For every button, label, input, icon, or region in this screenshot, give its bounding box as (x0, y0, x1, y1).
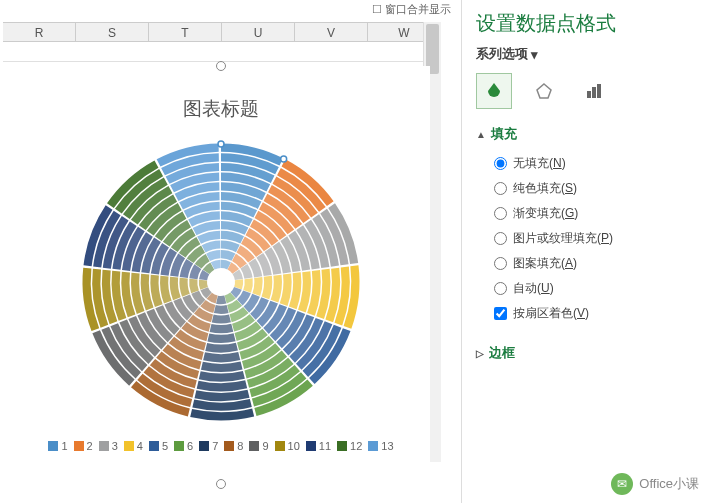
chart-segment[interactable] (179, 278, 189, 297)
chart-handle-top[interactable] (216, 61, 226, 71)
legend-item[interactable]: 6 (174, 440, 193, 452)
fill-section-header[interactable]: ▲ 填充 (476, 125, 695, 143)
legend-label: 6 (187, 440, 193, 452)
fill-solid-option[interactable]: 纯色填充(S) (494, 176, 695, 201)
dropdown-icon: ▾ (531, 47, 538, 62)
column-head[interactable]: U (222, 23, 295, 41)
column-head[interactable]: T (149, 23, 222, 41)
legend-swatch (174, 441, 184, 451)
legend-swatch (275, 441, 285, 451)
legend-item[interactable]: 11 (306, 440, 331, 452)
legend-swatch (224, 441, 234, 451)
chart-segment[interactable] (214, 305, 229, 314)
fill-auto-option[interactable]: 自动(U) (494, 276, 695, 301)
chart-segment[interactable] (262, 276, 273, 300)
legend-swatch (368, 441, 378, 451)
legend-swatch (99, 441, 109, 451)
legend-swatch (48, 441, 58, 451)
chart-segment[interactable] (243, 278, 253, 293)
selection-handle[interactable] (281, 156, 287, 162)
column-head[interactable]: V (295, 23, 368, 41)
chart-segment[interactable] (189, 279, 199, 294)
chart-segment[interactable] (170, 277, 181, 300)
legend-swatch (337, 441, 347, 451)
legend-label: 1 (61, 440, 67, 452)
chart-segment[interactable] (212, 314, 231, 323)
legend-item[interactable]: 5 (149, 440, 168, 452)
selection-handle[interactable] (218, 141, 224, 147)
triangle-right-icon: ▷ (476, 348, 484, 359)
fill-pattern-option[interactable]: 图案填充(A) (494, 251, 695, 276)
triangle-down-icon: ▲ (476, 129, 486, 140)
chart-legend[interactable]: 12345678910111213 (12, 440, 430, 452)
legend-swatch (74, 441, 84, 451)
format-pane: 设置数据点格式 系列选项 ▾ ▲ 填充 无填充(N) 纯色填充(S) 渐变填充(… (461, 0, 709, 503)
chart-segment[interactable] (210, 324, 234, 333)
watermark: ✉ Office小课 (611, 473, 699, 495)
legend-item[interactable]: 3 (99, 440, 118, 452)
fill-vary-option[interactable]: 按扇区着色(V) (494, 301, 695, 326)
chart-segment[interactable] (252, 277, 262, 296)
legend-label: 7 (212, 440, 218, 452)
svg-marker-0 (537, 84, 551, 98)
legend-item[interactable]: 13 (368, 440, 393, 452)
chart-handle-bottom[interactable] (216, 479, 226, 489)
border-section: ▷ 边框 (476, 344, 695, 362)
legend-item[interactable]: 4 (124, 440, 143, 452)
series-options-dropdown[interactable]: 系列选项 ▾ (476, 45, 695, 63)
legend-item[interactable]: 7 (199, 440, 218, 452)
legend-item[interactable]: 2 (74, 440, 93, 452)
tab-fill-line-icon[interactable] (476, 73, 512, 109)
fill-none-option[interactable]: 无填充(N) (494, 151, 695, 176)
legend-swatch (306, 441, 316, 451)
svg-rect-1 (587, 91, 591, 98)
legend-item[interactable]: 8 (224, 440, 243, 452)
legend-swatch (249, 441, 259, 451)
legend-label: 5 (162, 440, 168, 452)
tab-series-icon[interactable] (576, 73, 612, 109)
column-head[interactable]: S (76, 23, 149, 41)
legend-label: 11 (319, 440, 331, 452)
chart-segment[interactable] (271, 275, 282, 303)
sunburst-chart[interactable] (71, 132, 371, 432)
window-merge-icon: ☐ (372, 3, 382, 15)
pane-tabs (476, 73, 695, 109)
chart-segment[interactable] (205, 343, 238, 353)
pane-title: 设置数据点格式 (476, 10, 695, 37)
legend-item[interactable]: 9 (249, 440, 268, 452)
chart-segment[interactable] (216, 296, 226, 305)
legend-label: 4 (137, 440, 143, 452)
chart-segment[interactable] (201, 361, 243, 372)
chart-title[interactable]: 图表标题 (12, 96, 430, 122)
legend-label: 10 (288, 440, 300, 452)
border-section-header[interactable]: ▷ 边框 (476, 344, 695, 362)
legend-label: 9 (262, 440, 268, 452)
legend-item[interactable]: 10 (275, 440, 300, 452)
fill-picture-option[interactable]: 图片或纹理填充(P) (494, 226, 695, 251)
svg-rect-3 (597, 84, 601, 98)
chart-container[interactable]: 图表标题 12345678910111213 (12, 66, 430, 484)
tab-effects-icon[interactable] (526, 73, 562, 109)
chart-segment[interactable] (197, 380, 248, 391)
chart-segment[interactable] (199, 371, 245, 382)
fill-gradient-option[interactable]: 渐变填充(G) (494, 201, 695, 226)
column-headers: RSTUVW (3, 22, 441, 42)
svg-rect-2 (592, 87, 596, 98)
legend-item[interactable]: 1 (48, 440, 67, 452)
wechat-icon: ✉ (611, 473, 633, 495)
chart-segment[interactable] (207, 333, 235, 343)
fill-options: 无填充(N) 纯色填充(S) 渐变填充(G) 图片或纹理填充(P) 图案填充(A… (476, 143, 695, 334)
column-head[interactable]: R (3, 23, 76, 41)
legend-item[interactable]: 12 (337, 440, 362, 452)
chart-segment[interactable] (203, 352, 240, 362)
legend-label: 2 (87, 440, 93, 452)
fill-section: ▲ 填充 无填充(N) 纯色填充(S) 渐变填充(G) 图片或纹理填充(P) 图… (476, 125, 695, 334)
legend-swatch (149, 441, 159, 451)
legend-label: 8 (237, 440, 243, 452)
legend-label: 12 (350, 440, 362, 452)
merge-display-label[interactable]: 窗口合并显示 (385, 3, 451, 15)
legend-swatch (124, 441, 134, 451)
legend-label: 13 (381, 440, 393, 452)
legend-label: 3 (112, 440, 118, 452)
legend-swatch (199, 441, 209, 451)
